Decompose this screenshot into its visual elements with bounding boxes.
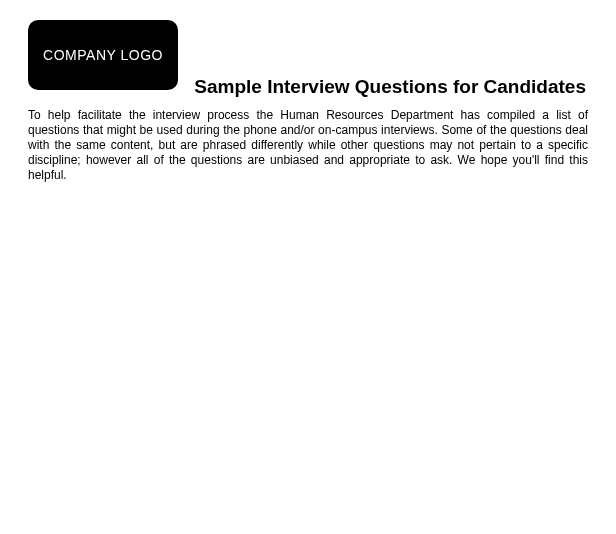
page-title: Sample Interview Questions for Candidate… [28, 76, 588, 98]
intro-paragraph: To help facilitate the interview process… [28, 108, 588, 183]
logo-text: COMPANY LOGO [43, 47, 163, 63]
